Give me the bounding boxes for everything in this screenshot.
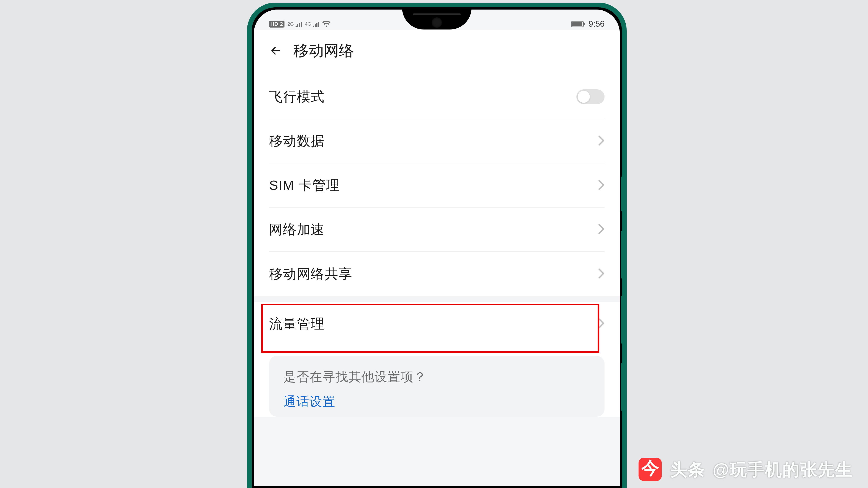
phone-frame: HD 2 2G 4G 9:56 移动网络: [247, 3, 627, 488]
net1-label: 2G: [287, 21, 294, 27]
svg-rect-2: [584, 23, 585, 25]
watermark-brand: 头条: [670, 458, 705, 481]
phone-speaker: [413, 13, 461, 15]
signal-bars-2-icon: [313, 21, 319, 27]
row-airplane-mode[interactable]: 飞行模式: [269, 75, 604, 119]
row-data-usage[interactable]: 流量管理: [269, 302, 604, 346]
row-label: 飞行模式: [269, 88, 324, 106]
search-hint-card: 是否在寻找其他设置项？ 通话设置: [269, 356, 604, 417]
hint-link-call-settings[interactable]: 通话设置: [283, 393, 590, 410]
row-tethering[interactable]: 移动网络共享: [269, 252, 604, 296]
side-button: [621, 363, 624, 411]
status-clock: 9:56: [589, 19, 604, 29]
section-gap: [254, 296, 620, 302]
page-title: 移动网络: [293, 40, 354, 61]
row-network-acceleration[interactable]: 网络加速: [269, 207, 604, 252]
wifi-icon: [322, 21, 331, 27]
signal-bars-1-icon: [296, 21, 302, 27]
watermark: 今 头条 @玩手机的张先生: [638, 457, 853, 483]
row-label: 网络加速: [269, 220, 324, 238]
back-button[interactable]: [269, 44, 282, 57]
svg-text:今: 今: [641, 458, 659, 478]
row-label: 移动网络共享: [269, 265, 352, 283]
row-label: SIM 卡管理: [269, 176, 340, 194]
net2-label: 4G: [305, 21, 311, 27]
title-row: 移动网络: [254, 30, 620, 75]
chevron-right-icon: [598, 318, 604, 330]
settings-list: 飞行模式 移动数据 SIM 卡管理 网络加速: [254, 75, 620, 296]
chevron-right-icon: [598, 224, 604, 235]
arrow-left-icon: [270, 45, 281, 56]
chevron-right-icon: [598, 135, 604, 147]
app-content: 移动网络 飞行模式 移动数据 SIM 卡管理: [254, 30, 620, 417]
row-sim-management[interactable]: SIM 卡管理: [269, 163, 604, 207]
airplane-toggle[interactable]: [576, 89, 604, 104]
settings-list-2: 流量管理: [254, 302, 620, 346]
row-label: 流量管理: [269, 315, 324, 333]
svg-rect-1: [572, 22, 582, 26]
chevron-right-icon: [598, 268, 604, 280]
battery-icon: [571, 21, 586, 28]
side-button: [621, 296, 624, 344]
side-button: [621, 231, 624, 279]
row-label: 移动数据: [269, 132, 324, 150]
hd-badge: HD 2: [269, 21, 284, 28]
toutiao-logo-icon: 今: [638, 457, 663, 483]
row-mobile-data[interactable]: 移动数据: [269, 119, 604, 163]
watermark-handle: @玩手机的张先生: [713, 458, 853, 481]
chevron-right-icon: [598, 180, 604, 191]
screen: HD 2 2G 4G 9:56 移动网络: [254, 9, 620, 486]
status-right: 9:56: [571, 19, 604, 29]
side-button: [621, 176, 624, 211]
hint-question: 是否在寻找其他设置项？: [283, 368, 590, 385]
status-left: HD 2 2G 4G: [269, 21, 331, 28]
